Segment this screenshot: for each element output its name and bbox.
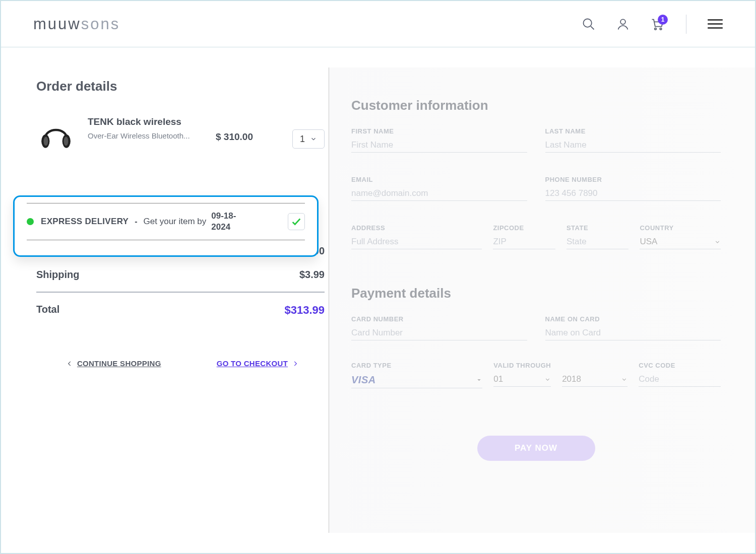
valid-month-field: VALID THROUGH 01: [493, 362, 551, 388]
shipping-row: Shipping $3.99: [36, 263, 325, 287]
card-number-label: CARD NUMBER: [351, 315, 527, 323]
product-name: TENK black wireless: [88, 116, 199, 127]
zipcode-input[interactable]: [493, 235, 555, 249]
divider: [36, 292, 325, 293]
chevron-down-icon: [621, 376, 627, 383]
caret-down-icon: [476, 377, 482, 383]
status-dot-icon: [27, 218, 34, 225]
first-name-input[interactable]: [351, 138, 527, 153]
country-select[interactable]: USA: [640, 235, 721, 249]
address-label: ADDRESS: [351, 224, 482, 232]
main: Order details TENK black wireless Over-E…: [1, 47, 755, 553]
svg-marker-9: [478, 379, 481, 381]
svg-point-7: [44, 136, 48, 146]
order-details-title: Order details: [36, 79, 329, 94]
chevron-right-icon: [292, 360, 299, 367]
first-name-label: FIRST NAME: [351, 127, 527, 135]
shipping-value: $3.99: [299, 269, 325, 281]
last-name-label: LAST NAME: [545, 127, 721, 135]
state-field: STATE: [566, 224, 629, 249]
country-label: COUNTRY: [640, 224, 721, 232]
cart-actions: CONTINUE SHOPPING GO TO CHECKOUT: [36, 359, 329, 368]
express-delivery-highlight: EXPRESS DELIVERY - Get your item by 09-1…: [13, 195, 319, 257]
card-number-field: CARD NUMBER: [351, 315, 527, 340]
state-label: STATE: [566, 224, 629, 232]
order-details-panel: Order details TENK black wireless Over-E…: [1, 47, 329, 553]
quantity-select[interactable]: 1: [292, 129, 325, 149]
cvc-input[interactable]: [639, 372, 721, 387]
header-icons: 1: [581, 15, 723, 34]
express-delivery-row: EXPRESS DELIVERY - Get your item by 09-1…: [27, 203, 305, 240]
go-to-checkout-label: GO TO CHECKOUT: [217, 359, 288, 368]
card-type-label: CARD TYPE: [351, 362, 482, 369]
customer-info-title: Customer information: [351, 98, 721, 113]
express-delivery-label: EXPRESS DELIVERY: [41, 217, 129, 227]
spacer-label: [562, 362, 627, 369]
card-number-input[interactable]: [351, 326, 527, 340]
logo-part-b: sons: [81, 15, 120, 33]
continue-shopping-link[interactable]: CONTINUE SHOPPING: [66, 359, 161, 368]
product-row: TENK black wireless Over-Ear Wireless Bl…: [36, 116, 329, 156]
product-info: TENK black wireless Over-Ear Wireless Bl…: [88, 116, 199, 140]
divider: [686, 15, 686, 34]
name-on-card-label: NAME ON CARD: [545, 315, 721, 323]
total-value: $313.99: [284, 304, 325, 317]
email-label: EMAIL: [351, 176, 527, 183]
customer-form: FIRST NAME LAST NAME EMAIL PHONE NUMBER …: [351, 127, 721, 249]
svg-point-2: [620, 19, 625, 24]
name-on-card-input[interactable]: [545, 326, 721, 340]
state-input[interactable]: [566, 235, 629, 249]
pay-now-button[interactable]: PAY NOW: [477, 436, 595, 461]
card-type-value: VISA: [351, 374, 376, 386]
express-delivery-text: Get your item by: [144, 217, 207, 227]
country-field: COUNTRY USA: [640, 224, 721, 249]
address-field: ADDRESS: [351, 224, 482, 249]
continue-shopping-label: CONTINUE SHOPPING: [77, 359, 161, 368]
valid-year-select[interactable]: 2018: [562, 372, 627, 387]
last-name-input[interactable]: [545, 138, 721, 153]
cart-icon[interactable]: 1: [650, 17, 665, 32]
go-to-checkout-link[interactable]: GO TO CHECKOUT: [217, 359, 299, 368]
payment-details-title: Payment details: [351, 286, 721, 301]
account-icon[interactable]: [615, 17, 631, 32]
valid-through-label: VALID THROUGH: [493, 362, 551, 369]
cvc-field: CVC CODE: [639, 362, 721, 388]
svg-point-3: [655, 28, 657, 30]
valid-month-select[interactable]: 01: [493, 372, 551, 387]
express-delivery-date: 09-18-2024: [211, 211, 241, 233]
country-value: USA: [640, 237, 657, 247]
zipcode-label: ZIPCODE: [493, 224, 555, 232]
first-name-field: FIRST NAME: [351, 127, 527, 153]
cart-badge: 1: [658, 15, 668, 25]
svg-line-1: [591, 26, 594, 29]
svg-point-8: [64, 136, 69, 146]
app-header: muuwsons 1: [1, 1, 755, 47]
express-delivery-checkbox[interactable]: [288, 213, 305, 230]
product-price: $ 310.00: [216, 116, 253, 143]
chevron-down-icon: [714, 239, 721, 245]
phone-field: PHONE NUMBER: [545, 176, 721, 201]
chevron-down-icon: [544, 376, 551, 383]
valid-month-value: 01: [493, 374, 503, 384]
phone-input[interactable]: [545, 186, 721, 201]
email-input[interactable]: [351, 186, 527, 201]
phone-label: PHONE NUMBER: [545, 176, 721, 183]
svg-point-4: [660, 28, 662, 30]
logo[interactable]: muuwsons: [33, 15, 120, 33]
name-on-card-field: NAME ON CARD: [545, 315, 721, 340]
total-label: Total: [36, 304, 59, 317]
shipping-label: Shipping: [36, 269, 80, 281]
valid-year-field: 2018: [562, 362, 627, 388]
payment-form: CARD NUMBER NAME ON CARD CARD TYPE VISA …: [351, 315, 721, 388]
check-icon: [291, 216, 302, 227]
cvc-label: CVC CODE: [639, 362, 721, 369]
logo-part-a: muuw: [33, 15, 81, 33]
search-icon[interactable]: [581, 17, 596, 32]
total-row: Total $313.99: [36, 298, 325, 323]
card-type-field: CARD TYPE VISA: [351, 362, 482, 388]
divider: [27, 240, 305, 240]
quantity-value: 1: [300, 134, 305, 145]
address-input[interactable]: [351, 235, 482, 249]
menu-icon[interactable]: [708, 19, 723, 29]
card-type-select[interactable]: VISA: [351, 372, 482, 388]
